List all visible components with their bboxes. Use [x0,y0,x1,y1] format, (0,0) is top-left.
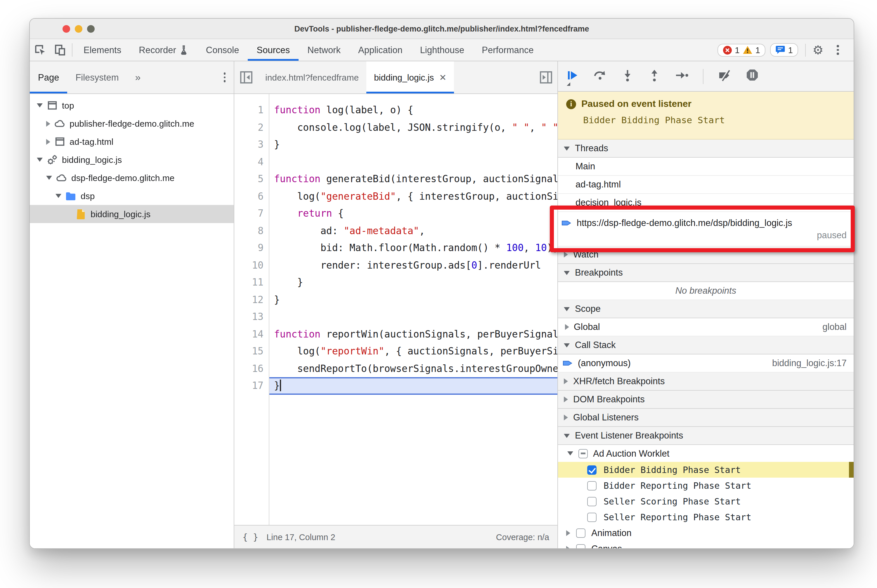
call-stack-location[interactable]: bidding_logic.js:17 [772,358,854,369]
line-number[interactable]: 3 [234,136,269,153]
breakpoint-category-animation[interactable]: Animation [558,525,854,541]
tree-item-bidding-logic-js[interactable]: bidding_logic.js [30,205,234,223]
checkbox-unchecked[interactable] [587,496,597,506]
window-controls[interactable] [63,19,95,39]
tab-filesystem[interactable]: Filesystem [67,61,127,93]
resume-button[interactable] [566,69,579,84]
section-header-xhr-fetch-breakpoints[interactable]: XHR/fetch Breakpoints [558,372,854,391]
section-header-breakpoints[interactable]: Breakpoints [558,264,854,282]
deactivate-breakpoints-button[interactable] [718,69,731,84]
show-debugger-icon[interactable] [534,61,557,93]
disclosure-down-icon[interactable] [567,452,573,456]
tree-item-dsp[interactable]: dsp [30,187,234,205]
checkbox-unchecked[interactable] [587,512,597,522]
line-number[interactable]: 8 [234,222,269,239]
tree-item-bidding-logic-js[interactable]: bidding_logic.js [30,151,234,169]
settings-gear-icon[interactable]: ⚙ [808,43,828,57]
toolbar-tab-recorder[interactable]: Recorder [130,39,197,61]
scope-row-global[interactable]: Globalglobal [558,318,854,336]
line-number[interactable]: 1 [234,102,269,119]
checkbox-indeterminate[interactable] [578,449,588,458]
editor-tab-index[interactable]: index.html?fencedframe [258,61,366,93]
step-button[interactable] [675,69,689,84]
breakpoint-group-ad-auction-worklet[interactable]: Ad Auction Worklet [558,445,854,462]
pretty-print-icon[interactable]: { } [242,532,258,542]
disclosure-right-icon[interactable] [564,252,568,258]
toolbar-tab-console[interactable]: Console [197,39,248,61]
line-number[interactable]: 13 [234,308,269,326]
toolbar-tab-application[interactable]: Application [349,39,411,61]
line-number[interactable]: 12 [234,291,269,308]
thread-row-ad-tag-html[interactable]: ad-tag.html [558,176,854,194]
disclosure-down-icon[interactable] [564,307,570,311]
disclosure-right-icon[interactable] [46,121,50,126]
disclosure-down-icon[interactable] [564,434,570,438]
disclosure-down-icon[interactable] [37,104,43,108]
checkbox-unchecked[interactable] [576,528,585,537]
sidebar-kebab-icon[interactable] [215,61,234,93]
line-number[interactable]: 6 [234,188,269,205]
section-header-dom-breakpoints[interactable]: DOM Breakpoints [558,391,854,409]
section-header-scope[interactable]: Scope [558,300,854,318]
tree-item-dsp-fledge-demo-glitch-me[interactable]: dsp-fledge-demo.glitch.me [30,169,234,187]
disclosure-down-icon[interactable] [56,194,61,198]
line-number[interactable]: 11 [234,274,269,291]
tree-item-top[interactable]: top [30,96,234,114]
pause-on-exceptions-button[interactable] [746,68,759,84]
disclosure-down-icon[interactable] [564,271,570,275]
section-header-global-listeners[interactable]: Global Listeners [558,409,854,427]
line-number[interactable]: 5 [234,171,269,188]
more-tabs-icon[interactable]: » [127,61,149,93]
more-options-kebab-icon[interactable] [828,45,848,55]
toolbar-tab-performance[interactable]: Performance [473,39,542,61]
disclosure-right-icon[interactable] [566,530,570,536]
toolbar-tab-network[interactable]: Network [299,39,349,61]
toolbar-tab-lighthouse[interactable]: Lighthouse [411,39,473,61]
section-header-threads[interactable]: Threads [558,140,854,158]
section-header-event-listener-breakpoints[interactable]: Event Listener Breakpoints [558,427,854,445]
step-over-button[interactable] [593,69,607,84]
line-number[interactable]: 17 [234,377,269,394]
checkbox-unchecked[interactable] [576,544,585,548]
messages-badge[interactable]: 1 [770,43,798,57]
editor-tab-bidding-logic[interactable]: bidding_logic.js✕ [366,61,454,93]
minimize-window-icon[interactable] [75,25,83,32]
toolbar-tab-sources[interactable]: Sources [248,39,299,61]
line-number[interactable]: 9 [234,239,269,256]
call-stack-frame[interactable]: (anonymous)bidding_logic.js:17 [558,354,854,372]
disclosure-right-icon[interactable] [565,324,569,330]
tree-item-ad-tag-html[interactable]: ad-tag.html [30,132,234,151]
disclosure-down-icon[interactable] [564,146,570,150]
disclosure-down-icon[interactable] [37,158,43,162]
disclosure-down-icon[interactable] [46,176,52,180]
checkbox-unchecked[interactable] [587,481,597,490]
event-breakpoint-seller-scoring-phase-start[interactable]: Seller Scoring Phase Start [558,494,854,509]
breakpoint-category-canvas[interactable]: Canvas [558,541,854,548]
code-editor[interactable]: 1234567891011121314151617 function log(l… [234,94,557,525]
tab-page[interactable]: Page [30,61,67,93]
line-number[interactable]: 2 [234,119,269,136]
step-out-button[interactable] [648,69,661,84]
line-number[interactable]: 15 [234,343,269,360]
checkbox-checked[interactable] [587,465,597,474]
disclosure-right-icon[interactable] [566,546,570,548]
line-number[interactable]: 7 [234,205,269,222]
zoom-window-icon[interactable] [87,25,95,32]
inspect-icon[interactable] [30,39,50,61]
close-tab-icon[interactable]: ✕ [439,72,447,82]
hide-navigator-icon[interactable] [234,61,258,93]
tree-item-publisher-fledge-demo-glitch-me[interactable]: publisher-fledge-demo.glitch.me [30,114,234,132]
line-number[interactable]: 10 [234,256,269,274]
line-number[interactable]: 4 [234,153,269,171]
disclosure-right-icon[interactable] [564,396,568,402]
section-header-call-stack[interactable]: Call Stack [558,336,854,354]
line-number[interactable]: 14 [234,326,269,343]
event-breakpoint-bidder-bidding-phase-start[interactable]: Bidder Bidding Phase Start [558,462,854,478]
device-toolbar-icon[interactable] [50,39,69,61]
toolbar-tab-elements[interactable]: Elements [75,39,130,61]
disclosure-right-icon[interactable] [564,415,568,420]
event-breakpoint-bidder-reporting-phase-start[interactable]: Bidder Reporting Phase Start [558,478,854,494]
event-breakpoint-seller-reporting-phase-start[interactable]: Seller Reporting Phase Start [558,509,854,525]
thread-row-main[interactable]: Main [558,158,854,176]
close-window-icon[interactable] [63,25,70,32]
